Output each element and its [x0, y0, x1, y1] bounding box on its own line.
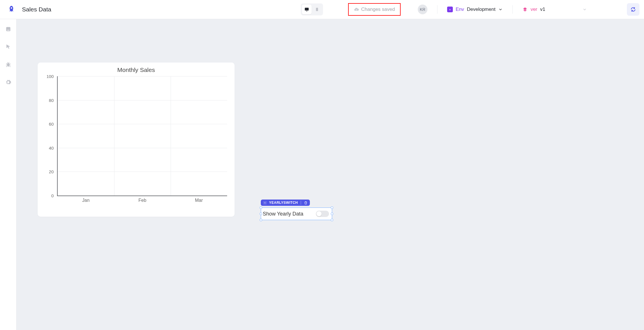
x-axis-label: Mar [195, 198, 203, 203]
selection-handle[interactable] [260, 206, 262, 209]
ver-label: ver [530, 7, 537, 12]
divider [512, 5, 513, 14]
svg-point-8 [265, 202, 265, 203]
svg-text:x: x [449, 8, 451, 11]
switch-widget[interactable]: YEARLYSWITCH Show Yearly Data [261, 200, 332, 220]
svg-rect-1 [306, 11, 308, 11]
selection-handle[interactable] [260, 219, 262, 221]
env-label: Env [456, 7, 464, 12]
divider [437, 5, 437, 14]
toggle[interactable] [316, 211, 329, 217]
page-title: Sales Data [22, 6, 51, 13]
cursor-icon[interactable] [5, 43, 12, 51]
panel-icon[interactable] [5, 25, 12, 33]
env-value: Development [467, 7, 495, 12]
y-axis-label: 60 [49, 122, 54, 126]
trash-icon[interactable] [304, 201, 308, 205]
save-status-text: Changes saved [361, 7, 395, 12]
mobile-view-button[interactable] [312, 5, 322, 14]
chevron-down-icon [582, 7, 587, 12]
gear-icon [263, 201, 267, 205]
svg-rect-0 [305, 8, 309, 11]
canvas[interactable]: Monthly Sales 020406080100JanFebMar YEAR… [17, 19, 644, 330]
y-axis-label: 80 [49, 98, 54, 102]
chevron-down-icon [498, 7, 503, 12]
selection-handle[interactable] [331, 206, 333, 209]
chart-title: Monthly Sales [43, 67, 229, 73]
widget-header[interactable]: YEARLYSWITCH [261, 200, 310, 206]
widget-name: YEARLYSWITCH [269, 201, 298, 205]
gear-icon[interactable] [5, 79, 12, 86]
svg-rect-6 [7, 30, 9, 31]
chart-plot: 020406080100JanFebMar [57, 76, 227, 196]
svg-point-7 [7, 63, 9, 67]
selection-handle[interactable] [260, 213, 262, 215]
x-axis-label: Feb [138, 198, 146, 203]
device-toggle [301, 3, 323, 15]
switch-body[interactable]: Show Yearly Data [261, 208, 332, 220]
y-axis-label: 40 [49, 145, 54, 150]
left-rail [0, 19, 17, 330]
chart-card[interactable]: Monthly Sales 020406080100JanFebMar [38, 63, 235, 217]
y-axis-label: 20 [49, 169, 54, 174]
bug-icon[interactable] [5, 61, 12, 68]
cloud-check-icon [354, 7, 359, 12]
selection-handle[interactable] [331, 219, 333, 221]
top-bar: Sales Data Changes saved KR x Env Develo… [0, 0, 644, 19]
app-logo[interactable] [5, 5, 18, 14]
layers-icon [522, 7, 528, 12]
ver-value: v1 [540, 7, 545, 12]
svg-rect-5 [6, 27, 10, 31]
y-axis-label: 0 [51, 193, 54, 198]
desktop-view-button[interactable] [302, 5, 312, 14]
env-selector[interactable]: x Env Development [447, 7, 503, 12]
x-axis-label: Jan [82, 198, 90, 203]
refresh-button[interactable] [627, 3, 639, 16]
save-status: Changes saved [348, 3, 401, 16]
switch-label: Show Yearly Data [263, 211, 303, 217]
avatar[interactable]: KR [418, 5, 427, 14]
svg-rect-2 [316, 8, 318, 11]
version-selector[interactable]: ver v1 [522, 7, 587, 12]
refresh-icon [630, 7, 636, 12]
y-axis-label: 100 [47, 74, 54, 79]
env-icon: x [447, 7, 453, 12]
selection-handle[interactable] [331, 213, 333, 215]
